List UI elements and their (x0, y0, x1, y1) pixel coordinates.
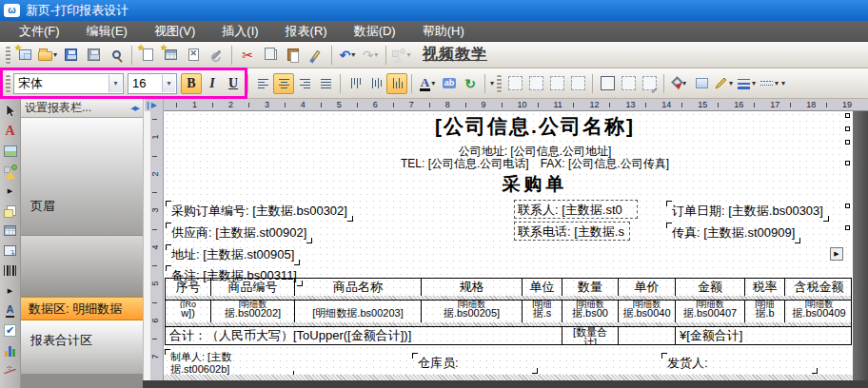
field-maker[interactable]: 制单人: [主数据.st00602b] (167, 350, 292, 376)
border-all-button[interactable] (525, 73, 546, 94)
header-cell[interactable]: 规格 (422, 279, 523, 296)
toolbar-overflow-icon[interactable]: ▾ (781, 79, 785, 87)
menu-edit[interactable]: 编辑(E) (73, 21, 141, 42)
data-cell[interactable]: [明细数据.bs00407 (676, 301, 745, 322)
copy-button[interactable] (259, 44, 282, 67)
border-grid-button[interactable] (567, 73, 588, 94)
selection-handle[interactable] (845, 113, 850, 118)
field-supplier[interactable]: 供应商: [主数据.st00902] (168, 223, 310, 242)
sidebar-header[interactable]: 设置报表栏... ◀▶ (21, 99, 143, 118)
image-tool[interactable] (2, 143, 19, 159)
paste-button[interactable] (282, 44, 305, 67)
data-cell[interactable]: [明细数据.bs0040 (619, 301, 676, 322)
data-cell[interactable]: [明细据.b (745, 301, 785, 322)
page-setup-button[interactable] (205, 44, 227, 67)
subreport-tool[interactable] (2, 203, 19, 219)
border-outline-button[interactable] (597, 73, 618, 94)
delete-page-button[interactable]: ✕ (182, 44, 205, 67)
field-shipper[interactable]: 发货人: (663, 354, 816, 373)
selection-handle[interactable] (845, 140, 850, 145)
field-contact[interactable]: 联系人: [主数据.st0 (514, 200, 638, 219)
pointer-tool[interactable] (2, 103, 19, 119)
header-cell[interactable]: 税率 (745, 279, 785, 296)
header-cell[interactable]: 商品编号 (211, 279, 295, 296)
font-family-select[interactable]: 宋体 ▾ (13, 73, 124, 94)
shape-tool[interactable] (2, 163, 19, 179)
menu-insert[interactable]: 插入(I) (208, 21, 271, 42)
barcode-tool[interactable] (2, 262, 19, 279)
toolbar-grip[interactable] (497, 75, 502, 92)
panel-tool[interactable] (2, 242, 19, 259)
selection-handle[interactable] (845, 126, 850, 131)
selection-handle[interactable] (845, 204, 850, 208)
field-order-date[interactable]: 订单日期: [主数据.bs00303] (668, 202, 827, 221)
align-right-button[interactable] (294, 73, 315, 94)
save-button[interactable] (59, 44, 82, 67)
menu-view[interactable]: 视图(V) (141, 21, 208, 42)
menu-file[interactable]: 文件(F) (6, 21, 73, 42)
toolbar-grip[interactable] (6, 47, 10, 64)
data-cell[interactable]: [明细数据.bs00205] (422, 301, 523, 322)
menu-data[interactable]: 数据(D) (341, 21, 409, 42)
valign-middle-button[interactable] (365, 73, 386, 94)
data-cell[interactable]: ([Row]) (166, 301, 211, 322)
table-tool[interactable] (2, 223, 19, 239)
data-cell[interactable]: [明细数据.bs00203] (295, 301, 422, 322)
header-cell[interactable]: 金额 (676, 279, 745, 296)
total-amount-cell[interactable]: ¥[金额合计] (676, 327, 853, 344)
menu-help[interactable]: 帮助(H) (409, 21, 478, 42)
align-justify-button[interactable] (315, 73, 336, 94)
selection-handle[interactable] (845, 161, 850, 165)
field-company-telfax[interactable]: TEL: [公司信息.公司电话] FAX: [公司信息.公司传真] (221, 156, 849, 172)
border-clear-button[interactable] (618, 73, 639, 94)
font-size-select[interactable]: 16 ▾ (128, 73, 177, 94)
field-warehouse-keeper[interactable]: 仓库员: (414, 354, 536, 373)
shape-tool-expand[interactable]: ▶ (2, 183, 19, 199)
data-cell[interactable]: [明细数据.bs00 (562, 301, 619, 322)
pen-color-button[interactable]: ▾ (712, 72, 735, 95)
menu-report[interactable]: 报表(R) (272, 21, 341, 42)
band-detail-data[interactable]: 数据区: 明细数据 (21, 297, 143, 320)
new-page-button[interactable]: ★ (136, 44, 159, 67)
new-report-button[interactable]: ★ (13, 44, 36, 67)
undo-button[interactable]: ↶▾ (336, 44, 359, 67)
richtext-tool[interactable]: A (2, 302, 19, 319)
total-label-cell[interactable]: 合计：（人民币大写）[ToUpper([金额合计])] (166, 327, 562, 344)
italic-button[interactable]: I (202, 73, 223, 94)
header-cell[interactable]: 数量 (562, 279, 619, 296)
valign-top-button[interactable] (345, 73, 365, 94)
line-style-button[interactable]: ▾ (758, 72, 780, 95)
design-canvas[interactable]: [公司信息.公司名称] 公司地址: [公司信息.公司地址] TEL: [公司信息… (164, 111, 853, 380)
align-center-button[interactable] (273, 73, 294, 94)
format-painter-button[interactable] (305, 44, 327, 67)
barcode-tool-expand[interactable]: ▶ (2, 282, 19, 299)
highlight-button[interactable]: ab (439, 73, 460, 94)
field-doc-title[interactable]: 采购单 (221, 172, 849, 197)
chart-tool[interactable] (2, 342, 19, 359)
header-cell[interactable]: 含税金额 (785, 279, 853, 296)
header-cell[interactable]: 单位 (523, 279, 562, 296)
label-tool[interactable]: A (2, 123, 19, 139)
selection-handle[interactable] (845, 225, 850, 230)
total-qty-cell[interactable]: [数量合计] (562, 327, 619, 344)
fill-color-button[interactable]: ▾ (668, 72, 691, 95)
header-cell[interactable]: 序号 (166, 279, 211, 296)
underline-button[interactable]: U (223, 73, 244, 94)
data-cell[interactable]: [明细据.s (523, 301, 562, 322)
header-cell[interactable]: 单价 (619, 279, 676, 296)
band-report-total[interactable]: 报表合计区 (21, 320, 143, 375)
scatter-tool[interactable] (2, 362, 19, 378)
header-cell[interactable]: 商品名称 (295, 279, 422, 296)
band-page-header[interactable]: 页眉 (21, 118, 143, 236)
line-weight-button[interactable]: ▾ (735, 72, 758, 95)
redo-button[interactable]: ↷▾ (359, 44, 382, 67)
checkbox-tool[interactable]: ✔ (2, 322, 19, 339)
band-unlabeled[interactable] (21, 236, 143, 297)
new-band-button[interactable]: ★ (159, 44, 182, 67)
data-cell[interactable]: [明细数据.bs00409 (785, 301, 853, 322)
border-custom-button[interactable] (639, 73, 660, 94)
open-button[interactable]: ▾ (36, 44, 59, 67)
save-all-button[interactable] (82, 44, 105, 67)
font-color-button[interactable]: A▾ (416, 72, 439, 95)
bold-button[interactable]: B (181, 73, 202, 94)
